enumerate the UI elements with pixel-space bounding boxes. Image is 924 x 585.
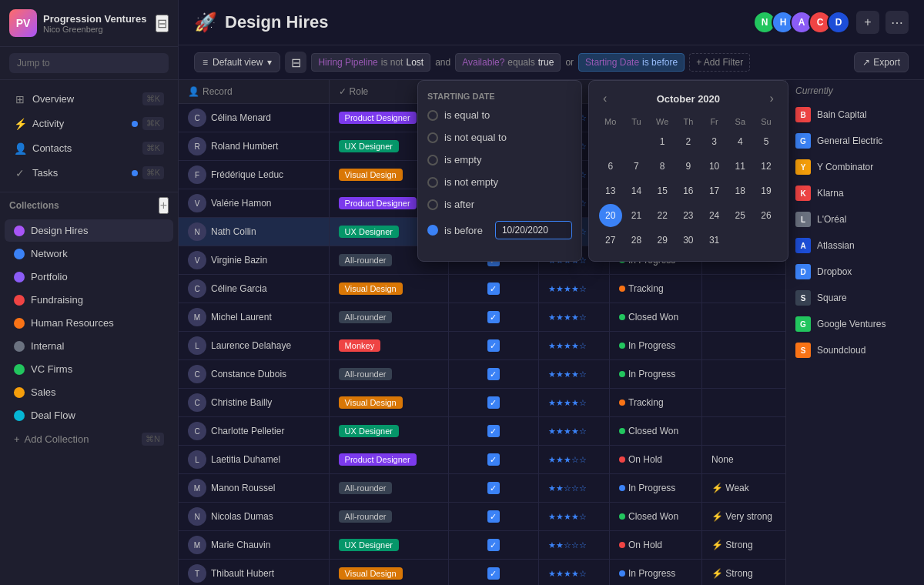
calendar-day[interactable]: 13 [599, 179, 622, 202]
filter-chip-available[interactable]: Available? equals true [455, 53, 561, 72]
company-item[interactable]: A Atlassian [786, 232, 924, 259]
filter-option-empty[interactable]: is empty [418, 149, 581, 171]
toolbar: ≡ Default view ▾ ⊟ Hiring Pipeline is no… [179, 45, 924, 80]
overview-icon: ⊞ [14, 93, 26, 105]
calendar-day[interactable]: 1 [651, 130, 674, 153]
filter-chip-starting-date[interactable]: Starting Date is before [578, 53, 685, 72]
nav-item-overview[interactable]: ⊞ Overview ⌘K [5, 87, 173, 111]
calendar-day[interactable]: 28 [624, 229, 648, 252]
calendar-day[interactable]: 12 [755, 155, 778, 178]
calendar-day[interactable]: 10 [703, 155, 726, 178]
available-check: ✓ [487, 282, 500, 295]
company-item[interactable]: S Square [786, 285, 924, 311]
nav-item-tasks[interactable]: ✓ Tasks ⌘K [5, 161, 173, 185]
record-name: Constance Dubois [211, 369, 286, 379]
calendar-day[interactable]: 2 [677, 130, 700, 153]
collection-item-vc[interactable]: VC Firms [5, 358, 173, 380]
add-collection-icon-button[interactable]: + [159, 197, 169, 214]
calendar-day[interactable]: 15 [651, 179, 674, 202]
calendar-day[interactable]: 7 [624, 155, 648, 178]
calendar-day[interactable]: 27 [599, 229, 622, 252]
table-row[interactable]: C Céline Garcia Visual Design ✓ ★★★★☆ Tr… [179, 275, 785, 303]
company-item[interactable]: G General Electric [786, 128, 924, 154]
search-input[interactable] [9, 53, 169, 73]
role-tag: Visual Design [339, 169, 403, 181]
calendar-day[interactable]: 8 [651, 155, 674, 178]
collection-item-internal[interactable]: Internal [5, 335, 173, 357]
company-item[interactable]: K Klarna [786, 180, 924, 206]
table-row[interactable]: M Manon Roussel All-rounder ✓ ★★☆☆☆ In P… [179, 474, 785, 503]
calendar-day[interactable]: 24 [703, 204, 726, 227]
table-row[interactable]: T Thibault Hubert Visual Design ✓ ★★★★☆ … [179, 560, 785, 586]
add-collection-item[interactable]: + Add Collection ⌘N [5, 427, 173, 451]
table-row[interactable]: N Nicolas Dumas All-rounder ✓ ★★★★☆ Clos… [179, 503, 785, 531]
calendar-day[interactable]: 17 [703, 179, 726, 202]
company-item[interactable]: B Bain Capital [786, 102, 924, 128]
selected-day[interactable]: 20 [599, 204, 622, 227]
calendar-day[interactable]: 18 [728, 179, 752, 202]
calendar-day[interactable]: 23 [677, 204, 700, 227]
add-filter-button[interactable]: + Add Filter [689, 53, 750, 72]
nav-item-contacts[interactable]: 👤 Contacts ⌘K [5, 136, 173, 160]
table-row[interactable]: M Marie Chauvin UX Designer ✓ ★★☆☆☆ On H… [179, 531, 785, 560]
avatar-group: N H A C D [758, 11, 850, 34]
filter-option-equal[interactable]: is equal to [418, 104, 581, 126]
sidebar-search [0, 47, 178, 80]
collection-item-design-hires[interactable]: Design Hires [5, 219, 173, 242]
nav-item-activity[interactable]: ⚡ Activity ⌘K [5, 112, 173, 135]
company-item[interactable]: S Soundcloud [786, 337, 924, 363]
calendar-day[interactable]: 30 [677, 229, 700, 252]
company-item[interactable]: Y Y Combinator [786, 154, 924, 180]
filter-option-before[interactable]: is before [418, 216, 581, 245]
calendar-day[interactable]: 3 [703, 130, 726, 153]
calendar-day[interactable]: 26 [755, 204, 778, 227]
calendar-day[interactable]: 22 [651, 204, 674, 227]
export-button[interactable]: ↗ Export [854, 52, 909, 72]
calendar-day[interactable]: 21 [624, 204, 648, 227]
filter-option-not-empty[interactable]: is not empty [418, 171, 581, 193]
more-options-button[interactable]: ⋯ [886, 11, 909, 34]
record-name: Charlotte Pelletier [211, 426, 284, 436]
add-member-button[interactable]: + [856, 11, 879, 34]
calendar-day[interactable]: 5 [755, 130, 778, 153]
company-item[interactable]: D Dropbox [786, 259, 924, 285]
calendar-day[interactable]: 9 [677, 155, 700, 178]
collection-item-network[interactable]: Network [5, 242, 173, 265]
cell-name: R Roland Humbert [179, 132, 329, 161]
table-row[interactable]: L Laetitia Duhamel Product Designer ✓ ★★… [179, 446, 785, 474]
filter-option-after[interactable]: is after [418, 193, 581, 216]
calendar-prev-button[interactable]: ‹ [598, 90, 611, 107]
filter-dropdown-title: Starting Date [418, 87, 581, 104]
calendar-day[interactable]: 19 [755, 179, 778, 202]
calendar-day[interactable]: 4 [728, 130, 752, 153]
table-row[interactable]: M Michel Laurent All-rounder ✓ ★★★★☆ Clo… [179, 303, 785, 332]
company-item[interactable]: L L'Oréal [786, 206, 924, 232]
collection-item-hr[interactable]: Human Resources [5, 312, 173, 334]
calendar-day[interactable]: 31 [703, 229, 726, 252]
collection-item-dealflow[interactable]: Deal Flow [5, 404, 173, 426]
calendar-day[interactable]: 6 [599, 155, 622, 178]
view-selector[interactable]: ≡ Default view ▾ [194, 52, 280, 72]
date-input[interactable] [495, 221, 572, 239]
collection-item-portfolio[interactable]: Portfolio [5, 266, 173, 288]
collection-item-fundraising[interactable]: Fundraising [5, 289, 173, 311]
record-name: Valérie Hamon [211, 198, 271, 209]
calendar-day[interactable]: 25 [728, 204, 752, 227]
calendar-day[interactable]: 11 [728, 155, 752, 178]
filter-op: is before [642, 57, 678, 68]
filter-option-not-equal[interactable]: is not equal to [418, 126, 581, 149]
calendar-day[interactable]: 14 [624, 179, 648, 202]
calendar-day[interactable]: 29 [651, 229, 674, 252]
table-row[interactable]: C Charlotte Pelletier UX Designer ✓ ★★★★… [179, 417, 785, 446]
table-row[interactable]: C Christine Bailly Visual Design ✓ ★★★★☆… [179, 389, 785, 417]
filter-icon-button[interactable]: ⊟ [285, 52, 306, 73]
table-row[interactable]: C Constance Dubois All-rounder ✓ ★★★★☆ I… [179, 360, 785, 389]
company-item[interactable]: G Google Ventures [786, 311, 924, 337]
calendar-next-button[interactable]: › [765, 90, 778, 107]
filter-chip-hiring-pipeline[interactable]: Hiring Pipeline is not Lost [311, 53, 430, 72]
table-row[interactable]: L Laurence Delahaye Monkey ✓ ★★★★☆ In Pr… [179, 332, 785, 360]
cell-skill: ★★☆☆☆ [538, 531, 609, 560]
calendar-day[interactable]: 16 [677, 179, 700, 202]
sidebar-collapse-button[interactable]: ⊟ [156, 15, 169, 32]
collection-item-sales[interactable]: Sales [5, 381, 173, 403]
